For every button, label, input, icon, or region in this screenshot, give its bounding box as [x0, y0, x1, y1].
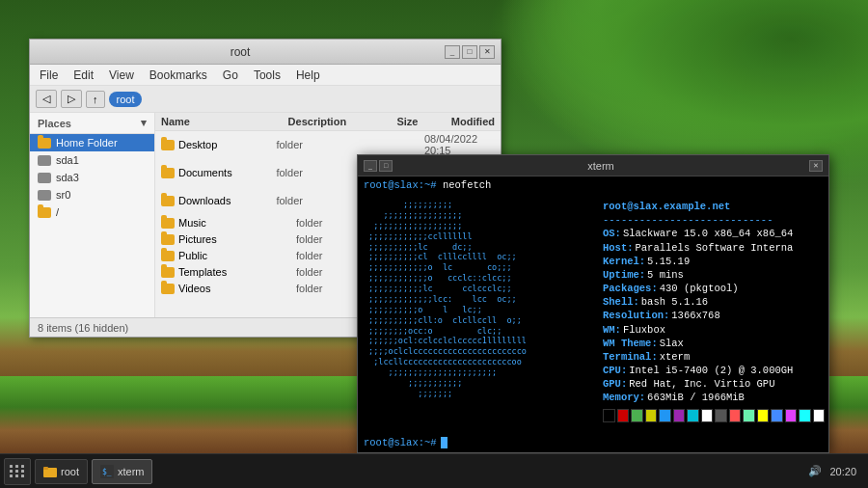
color-swatch-5 — [673, 409, 686, 422]
fm-titlebar[interactable]: root _ □ ✕ — [30, 40, 501, 65]
color-swatch-0 — [603, 409, 615, 422]
info-terminal: Terminal: xterm — [603, 350, 825, 364]
fm-menu-view[interactable]: View — [103, 67, 140, 84]
info-kernel: Kernel: 5.15.19 — [603, 255, 825, 268]
color-swatch-3 — [645, 409, 658, 422]
wm-label: WM: — [603, 323, 621, 337]
xterm-controls-left: _ □ — [364, 160, 393, 172]
fm-menu-bookmarks[interactable]: Bookmarks — [144, 67, 213, 84]
color-swatch-4 — [659, 409, 671, 422]
file-name-label: Music — [178, 217, 206, 229]
fm-minimize-button[interactable]: _ — [445, 45, 460, 59]
xterm-close-button[interactable]: ✕ — [809, 160, 823, 172]
grid-dot-3 — [21, 465, 24, 468]
uptime-value: 5 mins — [647, 268, 684, 282]
color-swatch-7 — [701, 409, 714, 422]
root-folder-icon — [38, 207, 51, 218]
gpu-label: GPU: — [603, 377, 627, 391]
taskbar-app-fm[interactable]: root — [35, 459, 88, 484]
fm-maximize-button[interactable]: □ — [462, 45, 477, 59]
col-size-header[interactable]: Size — [396, 116, 450, 127]
fm-status-left: 8 items (16 hidden) — [38, 322, 128, 334]
fm-menu-go[interactable]: Go — [217, 67, 244, 84]
terminal-icon: $_ — [100, 465, 114, 478]
fm-toolbar: ◁ ▷ ↑ root — [30, 86, 501, 113]
volume-icon[interactable]: 🔊 — [808, 465, 822, 477]
color-swatch-1 — [617, 409, 630, 422]
info-host: Host: Parallels Software Interna — [603, 241, 825, 255]
xterm-maximize-button[interactable]: □ — [379, 160, 393, 172]
fm-close-button[interactable]: ✕ — [479, 45, 495, 59]
fm-menu-tools[interactable]: Tools — [248, 67, 286, 84]
file-folder-icon — [161, 196, 175, 206]
file-folder-icon — [161, 284, 175, 294]
taskbar-app-xterm[interactable]: $_ xterm — [92, 459, 153, 484]
drive-sda1-icon — [38, 155, 51, 166]
color-swatch-6 — [687, 409, 699, 422]
xterm-minimize-button[interactable]: _ — [364, 160, 377, 172]
grid-dot-7 — [10, 474, 13, 477]
fm-location-label[interactable]: root — [109, 92, 143, 107]
start-icon — [10, 465, 25, 477]
neofetch-ascii: ;;;;;;;;;; ;;;;;;;;;;;;;;;; ;;;;;;;;;;;;… — [364, 200, 593, 399]
grid-dot-6 — [21, 470, 24, 473]
file-name-cell: Music — [161, 217, 296, 229]
sidebar-home-label: Home Folder — [56, 137, 118, 149]
color-swatch-14 — [799, 409, 811, 422]
col-mod-header[interactable]: Modified — [451, 116, 495, 127]
sidebar-sda3-label: sda3 — [56, 172, 79, 183]
wm-theme-label: WM Theme: — [603, 337, 658, 350]
xterm-prompt-text: root@slax:~# — [364, 437, 437, 448]
back-icon: ◁ — [42, 93, 50, 105]
file-folder-icon — [161, 267, 175, 278]
fm-forward-button[interactable]: ▷ — [61, 90, 82, 108]
color-swatches — [603, 409, 825, 422]
fm-menu-file[interactable]: File — [34, 67, 64, 84]
sidebar-item-sda1[interactable]: sda1 — [30, 151, 154, 169]
sidebar-sr0-label: sr0 — [56, 189, 70, 201]
cpu-label: CPU: — [603, 364, 627, 377]
file-name-label: Documents — [178, 167, 232, 178]
file-folder-icon — [161, 140, 175, 150]
fm-menu-help[interactable]: Help — [290, 67, 326, 84]
sidebar-item-sda3[interactable]: sda3 — [30, 169, 154, 186]
file-name-label: Videos — [178, 283, 210, 294]
file-mod-cell: 08/04/2022 20:15 — [424, 133, 495, 156]
file-name-cell: Documents — [161, 167, 276, 178]
taskbar-fm-label: root — [61, 466, 79, 477]
sidebar-item-root[interactable]: / — [30, 203, 154, 221]
file-name-cell: Desktop — [161, 139, 276, 150]
resolution-label: Resolution: — [603, 309, 669, 322]
col-name-header[interactable]: Name — [161, 116, 288, 127]
fm-back-button[interactable]: ◁ — [36, 90, 57, 108]
file-name-label: Templates — [178, 266, 227, 278]
file-name-cell: Pictures — [161, 233, 296, 245]
xterm-command: neofetch — [443, 179, 491, 191]
fm-column-headers: Name Description Size Modified — [155, 113, 501, 131]
fm-up-button[interactable]: ↑ — [86, 91, 105, 108]
grid-dot-4 — [10, 470, 13, 473]
sidebar-item-home[interactable]: Home Folder — [30, 134, 154, 151]
xterm-prompt-line: root@slax:~# — [364, 179, 437, 191]
xterm-prompt-bottom[interactable]: root@slax:~# — [358, 433, 828, 452]
xterm-titlebar[interactable]: _ □ xterm ✕ — [358, 155, 828, 176]
taskbar-apps: root $_ xterm — [35, 459, 808, 484]
grid-dot-1 — [10, 465, 13, 468]
fm-location-bar: root — [109, 92, 496, 107]
xterm-body: ;;;;;;;;;; ;;;;;;;;;;;;;;;; ;;;;;;;;;;;;… — [358, 194, 828, 433]
file-name-label: Downloads — [178, 195, 231, 206]
file-name-cell: Videos — [161, 283, 296, 294]
info-packages: Packages: 430 (pkgtool) — [603, 282, 825, 295]
file-name-label: Desktop — [178, 139, 217, 150]
hostname-label: root@slax.example.net — [603, 200, 730, 213]
shell-value: bash 5.1.16 — [641, 295, 708, 309]
sidebar-collapse-icon[interactable]: ▾ — [141, 117, 147, 129]
info-uptime: Uptime: 5 mins — [603, 268, 825, 282]
terminal-value: xterm — [660, 350, 691, 364]
start-button[interactable] — [4, 458, 31, 485]
sidebar-item-sr0[interactable]: sr0 — [30, 186, 154, 203]
info-hostname: root@slax.example.net — [603, 200, 825, 213]
fm-menu-edit[interactable]: Edit — [68, 67, 99, 84]
drive-sr0-icon — [38, 190, 51, 201]
col-desc-header[interactable]: Description — [288, 116, 397, 127]
